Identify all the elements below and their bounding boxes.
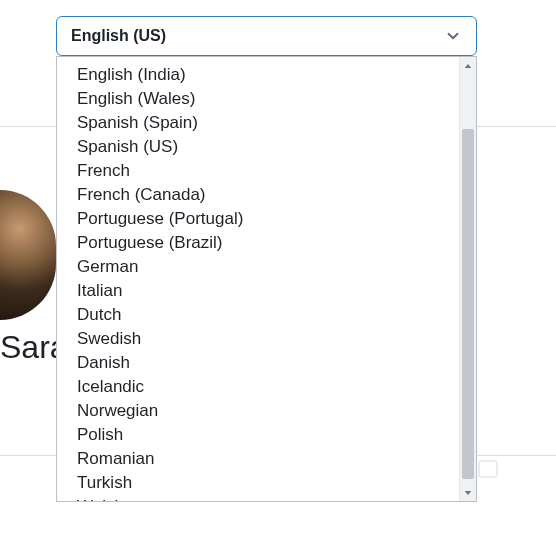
language-option[interactable]: Danish xyxy=(57,351,459,375)
svg-marker-1 xyxy=(465,490,472,494)
language-option[interactable]: Polish xyxy=(57,423,459,447)
language-select-label: English (US) xyxy=(71,27,166,45)
language-option[interactable]: Romanian xyxy=(57,447,459,471)
svg-marker-0 xyxy=(465,63,472,67)
language-option[interactable]: Dutch xyxy=(57,303,459,327)
watermark-icon xyxy=(478,460,498,478)
language-option[interactable]: English (Wales) xyxy=(57,87,459,111)
language-option[interactable]: Italian xyxy=(57,279,459,303)
language-option[interactable]: Welsh xyxy=(57,495,459,501)
language-select: English (US) English (India)English (Wal… xyxy=(56,16,477,56)
language-option-list[interactable]: English (India)English (Wales)Spanish (S… xyxy=(57,57,459,501)
scrollbar-track[interactable] xyxy=(459,57,476,501)
language-option[interactable]: French xyxy=(57,159,459,183)
language-option[interactable]: Portuguese (Brazil) xyxy=(57,231,459,255)
language-option[interactable]: Spanish (Spain) xyxy=(57,111,459,135)
language-option[interactable]: Turkish xyxy=(57,471,459,495)
language-option[interactable]: Portuguese (Portugal) xyxy=(57,207,459,231)
language-option[interactable]: Swedish xyxy=(57,327,459,351)
language-option[interactable]: English (India) xyxy=(57,63,459,87)
language-dropdown: English (India)English (Wales)Spanish (S… xyxy=(56,56,477,502)
language-option[interactable]: Spanish (US) xyxy=(57,135,459,159)
watermark xyxy=(478,460,504,478)
scrollbar-thumb[interactable] xyxy=(462,129,474,479)
language-option[interactable]: Icelandic xyxy=(57,375,459,399)
scroll-up-arrow-icon[interactable] xyxy=(460,57,476,74)
chevron-down-icon xyxy=(444,27,462,45)
language-option[interactable]: German xyxy=(57,255,459,279)
scroll-down-arrow-icon[interactable] xyxy=(460,484,476,501)
language-option[interactable]: French (Canada) xyxy=(57,183,459,207)
language-select-button[interactable]: English (US) xyxy=(56,16,477,56)
language-option[interactable]: Norwegian xyxy=(57,399,459,423)
